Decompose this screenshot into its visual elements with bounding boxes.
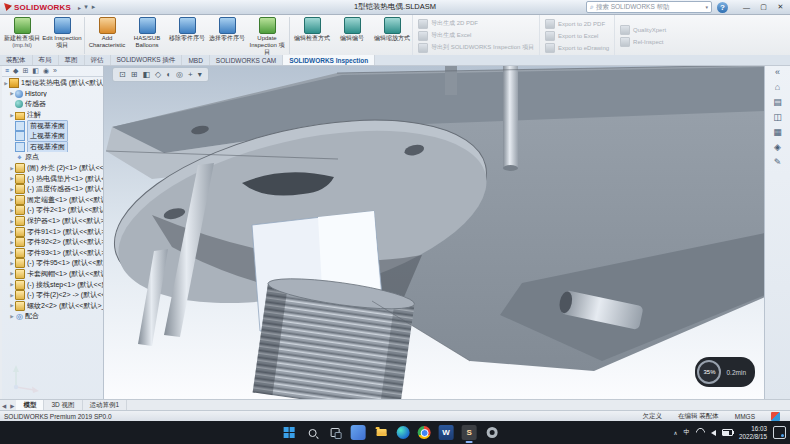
- solidworks-icon[interactable]: S: [462, 425, 477, 440]
- tab-nav-left-icon[interactable]: ◀: [0, 403, 8, 409]
- tree-item[interactable]: ▶零件92<2> (默认<<默认>_显示状: [3, 237, 103, 248]
- edit-inspection-method-button[interactable]: 编辑检查方式: [292, 15, 332, 56]
- search-dropdown-icon[interactable]: ▾: [705, 4, 708, 10]
- graphics-viewport[interactable]: ⊡⊞◧◇◐◎+▾ 35% 0.2min: [2, 65, 765, 399]
- zoom-indicator[interactable]: 35% 0.2min: [695, 357, 755, 387]
- display-style-icon[interactable]: ◐: [166, 70, 171, 79]
- status-item[interactable]: MMGS: [735, 413, 755, 420]
- status-item[interactable]: 在编辑 装配体: [678, 412, 719, 421]
- feature-manager-tab[interactable]: ≡: [5, 67, 9, 74]
- close-button[interactable]: ✕: [772, 1, 789, 13]
- home-icon[interactable]: ⌂: [775, 82, 780, 92]
- start-icon[interactable]: [282, 425, 297, 440]
- status-item[interactable]: 欠定义: [642, 412, 662, 421]
- command-tab[interactable]: SOLIDWORKS 插件: [111, 55, 183, 65]
- menu-expand-icon[interactable]: ▸: [75, 4, 84, 11]
- quick-access-icon[interactable]: ▸: [92, 3, 96, 11]
- section-view-icon[interactable]: ◧: [142, 70, 150, 79]
- tree-item[interactable]: ▶(-) 接线step<1> (默认<<默认>_: [3, 279, 103, 290]
- chrome-icon[interactable]: [418, 426, 431, 439]
- command-tab[interactable]: SOLIDWORKS CAM: [210, 55, 283, 65]
- tab-nav-right-icon[interactable]: ▶: [8, 403, 16, 409]
- tree-item[interactable]: 前视基准面: [3, 120, 103, 131]
- hidden-icons-icon[interactable]: ∧: [673, 430, 677, 436]
- tree-item[interactable]: ▶(固) 外壳 (2)<1> (默认<<默认>_显示状: [3, 163, 103, 174]
- edit-scaling-button-label: 编辑缩放方式: [374, 35, 410, 42]
- volume-icon[interactable]: [711, 430, 716, 436]
- tree-item[interactable]: ⌖原点: [3, 152, 103, 163]
- design-library-icon[interactable]: ▤: [773, 97, 782, 107]
- tree-item[interactable]: 上视基准面: [3, 131, 103, 142]
- edit-scaling-button[interactable]: 编辑缩放方式: [372, 15, 412, 56]
- tree-item[interactable]: ▶(-) 零件(2)<2> -> (默认<<默认>: [3, 290, 103, 301]
- edit-numbering-button[interactable]: 编辑编号: [332, 15, 372, 56]
- edit-appearance-icon[interactable]: +: [188, 70, 193, 79]
- battery-icon[interactable]: [722, 429, 733, 436]
- custom-properties-icon[interactable]: ✎: [774, 157, 782, 167]
- tree-item[interactable]: ▶零件93<1> (默认<<默认>_显示状: [3, 248, 103, 259]
- tree-item[interactable]: ▶卡套阀帽<1> (默认<<默认>_显: [3, 269, 103, 280]
- tree-item[interactable]: ▶注解: [3, 110, 103, 121]
- tree-item[interactable]: ▶(-) 零件2<1> (默认<<默认>_显示状: [3, 205, 103, 216]
- panel-overflow-button[interactable]: »: [53, 67, 57, 74]
- notification-center-icon[interactable]: [773, 426, 786, 439]
- command-tab[interactable]: 布局: [33, 55, 59, 65]
- add-characteristic-button[interactable]: Add Characteristic: [87, 15, 127, 56]
- taskview-icon[interactable]: [328, 425, 343, 440]
- tree-item[interactable]: ▶◎配合: [3, 311, 103, 322]
- view-orientation-icon[interactable]: ◇: [155, 70, 161, 79]
- balloons-icon: [139, 17, 156, 34]
- maximize-button[interactable]: ▢: [755, 1, 772, 13]
- taskbar-clock[interactable]: 16:03 2022/8/15: [739, 425, 767, 439]
- has-sub-balloons-button[interactable]: HAS/SUB Balloons: [127, 15, 167, 56]
- command-tab[interactable]: SOLIDWORKS Inspection: [283, 55, 375, 65]
- help-button[interactable]: ?: [717, 2, 728, 13]
- appearances-icon[interactable]: ◈: [774, 142, 781, 152]
- collapse-pane-icon[interactable]: «: [775, 67, 780, 77]
- quick-access-icon[interactable]: ▾: [84, 3, 88, 11]
- tree-item[interactable]: ▶(-) 温度传感器<1> (默认<<默认>_: [3, 184, 103, 195]
- tree-item[interactable]: ▶History: [3, 89, 103, 100]
- command-tab[interactable]: MBD: [182, 55, 209, 65]
- explorer-icon[interactable]: [374, 425, 389, 440]
- view-settings-icon[interactable]: ▾: [198, 70, 202, 79]
- remove-balloons-button[interactable]: 移除零件序号: [167, 15, 207, 56]
- new-inspection-project-button[interactable]: 新建检查项目(imp.fsl): [2, 15, 42, 56]
- file-explorer-icon[interactable]: ◫: [773, 112, 782, 122]
- search-input[interactable]: ⌕ 搜索 SOLIDWORKS 帮助 ▾: [586, 1, 712, 13]
- tree-item[interactable]: ▶1型铠装热电偶 (默认<默认_显示状态-1>): [3, 78, 103, 89]
- tree-item[interactable]: 传感器: [3, 99, 103, 110]
- model-canvas[interactable]: [2, 65, 765, 399]
- ime-indicator[interactable]: 中: [683, 428, 690, 437]
- tree-item[interactable]: ▶保护器<1> (默认<<默认>_显示状: [3, 216, 103, 227]
- settings-icon[interactable]: [485, 425, 500, 440]
- view-palette-icon[interactable]: ▦: [773, 127, 782, 137]
- command-tab[interactable]: 草图: [59, 55, 85, 65]
- update-inspection-project-button[interactable]: Update Inspection 项目: [247, 15, 287, 56]
- minimize-button[interactable]: —: [738, 1, 755, 13]
- search-icon[interactable]: [305, 425, 320, 440]
- widgets-icon[interactable]: [351, 425, 366, 440]
- tree-item[interactable]: ▶螺纹2<2> (默认<<默认>_显示状: [3, 300, 103, 311]
- edit-inspection-project-button[interactable]: Edit Inspection 项目: [42, 15, 82, 56]
- display-manager-tab[interactable]: ◉: [43, 67, 49, 75]
- command-tab[interactable]: 评估: [85, 55, 111, 65]
- edge-icon[interactable]: [397, 426, 410, 439]
- property-manager-tab[interactable]: ◆: [13, 67, 18, 75]
- tree-item[interactable]: ▶(-) 零件95<1> (默认<<默认>_显: [3, 258, 103, 269]
- dimxpert-manager-tab[interactable]: ◧: [32, 67, 39, 75]
- tree-item[interactable]: ▶固定端盖<1> (默认<<默认>_显示: [3, 195, 103, 206]
- zoom-area-icon[interactable]: ⊞: [131, 70, 138, 79]
- ribbon-toolbar: 新建检查项目(imp.fsl)Edit Inspection 项目Add Cha…: [0, 14, 790, 58]
- tree-item[interactable]: ▶零件91<1> (默认<<默认>_显示状: [3, 226, 103, 237]
- select-balloons-button[interactable]: 选择零件序号: [207, 15, 247, 56]
- configuration-manager-tab[interactable]: ⊞: [22, 67, 28, 75]
- wifi-icon[interactable]: [694, 426, 707, 439]
- word-icon[interactable]: W: [439, 425, 454, 440]
- tree-item[interactable]: 右视基准面: [3, 142, 103, 153]
- custom-properties-status-icon[interactable]: [771, 412, 780, 421]
- command-tab[interactable]: 装配体: [0, 55, 33, 65]
- zoom-fit-icon[interactable]: ⊡: [119, 70, 126, 79]
- hide-show-items-icon[interactable]: ◎: [176, 70, 183, 79]
- tree-item[interactable]: ▶(-) 热电偶垫片<1> (默认<<默认>_显: [3, 173, 103, 184]
